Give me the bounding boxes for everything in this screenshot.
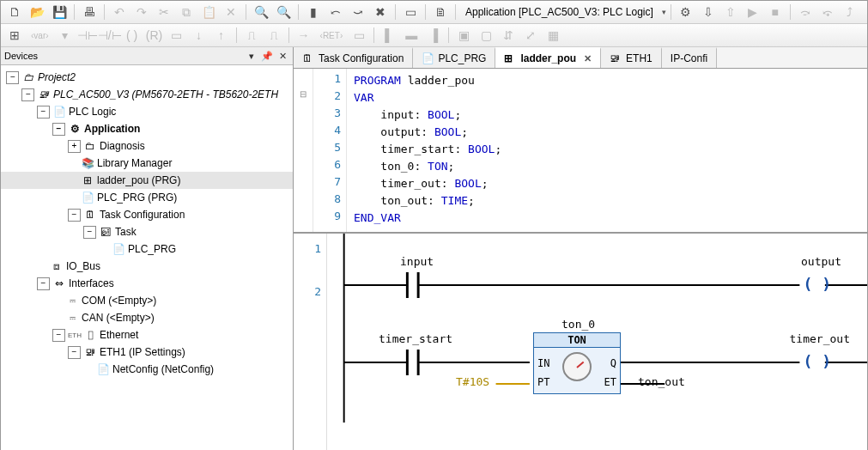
ld-down-icon[interactable]: ↓ <box>189 25 209 46</box>
ld-fb-icon[interactable]: ▭ <box>167 25 187 46</box>
code-line[interactable]: PROGRAM ladder_pou <box>354 72 860 89</box>
code-line[interactable]: VAR <box>354 89 860 106</box>
tree-item[interactable]: ⊞ladder_pou (PRG) <box>1 172 293 189</box>
build-icon[interactable]: ⚙ <box>676 2 696 22</box>
ladder-network-2[interactable]: timer_start T#10S ton_0 TON IN PT Q ET t… <box>327 319 867 423</box>
tree-item[interactable]: 📄NetConfig (NetConfig) <box>1 361 293 378</box>
box-icon[interactable]: ▭ <box>400 2 421 22</box>
step-out-icon[interactable]: ⤴ <box>840 2 860 22</box>
code-line[interactable]: input: BOOL; <box>354 106 860 124</box>
align-r-icon[interactable]: ▐ <box>423 25 444 46</box>
cut-icon[interactable]: ✂ <box>154 2 174 22</box>
pt-value-label[interactable]: T#10S <box>456 375 489 388</box>
tab-ip-config[interactable]: IP-Confi <box>662 47 717 68</box>
tree-item[interactable]: −📄PLC Logic <box>1 103 293 120</box>
bookmark-icon[interactable]: ▮ <box>303 2 324 22</box>
active-application-label[interactable]: Application [PLC_AC500_V3: PLC Logic] <box>460 6 659 18</box>
coil-label[interactable]: output <box>801 255 841 268</box>
code-line[interactable]: ton_0: TON; <box>354 158 860 175</box>
collapse-icon[interactable]: ▣ <box>453 25 474 46</box>
copy-icon[interactable]: ⧉ <box>176 2 197 22</box>
tree-item[interactable]: ⎓CAN (<Empty>) <box>1 309 293 326</box>
ld-coil-r-icon[interactable]: (R) <box>144 25 165 46</box>
expand-icon[interactable]: ▢ <box>476 25 496 46</box>
tree-item[interactable]: 📄PLC_PRG <box>1 240 293 258</box>
tree-item[interactable]: 📄PLC_PRG (PRG) <box>1 189 293 206</box>
run-cursor-icon[interactable]: ⇥ <box>862 2 867 22</box>
collapse-icon[interactable]: − <box>37 277 50 290</box>
tree-item[interactable]: ⎓COM (<Empty>) <box>1 292 293 309</box>
arrange-icon[interactable]: ⇵ <box>498 25 519 46</box>
align-l-icon[interactable]: ▌ <box>379 25 399 46</box>
tree-item[interactable]: −🗀Project2 <box>1 69 293 86</box>
code-line[interactable]: timer_start: BOOL; <box>354 141 860 158</box>
print-icon[interactable]: 🖶 <box>79 2 100 22</box>
collapse-icon[interactable]: − <box>68 209 81 222</box>
save-icon[interactable]: 💾 <box>49 2 70 22</box>
doc-icon[interactable]: 🗎 <box>430 2 451 22</box>
ld-network-icon[interactable]: ⊞ <box>4 25 25 46</box>
collapse-icon[interactable]: − <box>68 346 81 359</box>
logout-icon[interactable]: ⇧ <box>720 2 741 22</box>
collapse-icon[interactable]: − <box>37 106 50 119</box>
tree-item[interactable]: −⇔Interfaces <box>1 275 293 292</box>
tree-item[interactable]: 📚Library Manager <box>1 155 293 172</box>
var-icon[interactable]: ‹var› <box>27 25 53 46</box>
open-icon[interactable]: 📂 <box>27 2 47 22</box>
tab-close-icon[interactable]: ✕ <box>584 53 592 64</box>
panel-pin-icon[interactable]: 📌 <box>260 49 274 63</box>
ld-branch2-icon[interactable]: ⎍ <box>264 25 284 46</box>
next-bm-icon[interactable]: ⤻ <box>348 2 368 22</box>
jump-icon[interactable]: → <box>294 25 314 46</box>
ld-up-icon[interactable]: ↑ <box>211 25 232 46</box>
coil-icon[interactable]: ( ) <box>803 352 831 370</box>
application-dropdown-icon[interactable]: ▾ <box>660 8 666 16</box>
undo-icon[interactable]: ↶ <box>109 2 130 22</box>
code-line[interactable]: timer_out: BOOL; <box>354 175 860 192</box>
tree-item[interactable]: −🖳PLC_AC500_V3 (PM5670-2ETH - TB5620-2ET… <box>1 86 293 103</box>
grid-icon[interactable]: ▦ <box>543 25 563 46</box>
collapse-icon[interactable]: − <box>21 88 34 101</box>
clear-bm-icon[interactable]: ✖ <box>370 2 391 22</box>
tree-item[interactable]: −ETH⌷Ethernet <box>1 326 293 344</box>
panel-close-icon[interactable]: ✕ <box>276 49 289 63</box>
code-text[interactable]: PROGRAM ladder_pouVAR input: BOOL; outpu… <box>347 69 867 232</box>
contact-label[interactable]: input <box>400 255 434 268</box>
collapse-icon[interactable]: − <box>83 226 96 239</box>
ld-branch-icon[interactable]: ⎍ <box>241 25 262 46</box>
collapse-icon[interactable]: − <box>6 71 19 84</box>
ladder-editor[interactable]: 1 2 <box>294 234 867 450</box>
delete-icon[interactable]: ✕ <box>221 2 241 22</box>
contact-label[interactable]: timer_start <box>379 332 452 345</box>
et-output-label[interactable]: ton_out <box>638 375 685 388</box>
tree-item[interactable]: ⧈IO_Bus <box>1 258 293 275</box>
coil-label[interactable]: timer_out <box>790 332 850 345</box>
tree-item[interactable]: −🗓Task Configuration <box>1 206 293 223</box>
ladder-network-1[interactable]: input output ( ) <box>327 234 867 319</box>
redo-icon[interactable]: ↷ <box>131 2 152 22</box>
new-icon[interactable]: 🗋 <box>4 2 25 22</box>
stop-icon[interactable]: ■ <box>765 2 786 22</box>
tree-item[interactable]: −🖳ETH1 (IP Settings) <box>1 344 293 361</box>
coil-icon[interactable]: ( ) <box>803 275 831 293</box>
ld-contact-no-icon[interactable]: ⊣⊢ <box>77 25 98 46</box>
device-tree[interactable]: −🗀Project2−🖳PLC_AC500_V3 (PM5670-2ETH - … <box>1 65 293 450</box>
step-over-icon[interactable]: ⤼ <box>795 2 816 22</box>
function-block-ton[interactable]: TON IN PT Q ET <box>533 332 621 394</box>
start-icon[interactable]: ▶ <box>743 2 763 22</box>
align-c-icon[interactable]: ▬ <box>401 25 422 46</box>
ret-icon[interactable]: ‹RET› <box>316 25 348 46</box>
code-line[interactable]: ton_out: TIME; <box>354 192 860 210</box>
ld-coil-icon[interactable]: ( ) <box>122 25 143 46</box>
tab-task-config[interactable]: 🗓Task Configuration <box>294 47 413 68</box>
declaration-editor[interactable]: ⊟ 123456789 PROGRAM ladder_pouVAR input:… <box>294 69 867 234</box>
collapse-icon[interactable]: − <box>52 123 65 136</box>
tab-ladder-pou[interactable]: ⊞ladder_pou✕ <box>495 47 601 68</box>
paste-icon[interactable]: 📋 <box>198 2 219 22</box>
instance-label[interactable]: ton_0 <box>561 318 595 331</box>
code-line[interactable]: output: BOOL; <box>354 124 860 141</box>
ld-contact-nc-icon[interactable]: ⊣/⊢ <box>100 25 120 46</box>
tab-eth1[interactable]: 🖳ETH1 <box>601 47 662 68</box>
login-icon[interactable]: ⇩ <box>698 2 719 22</box>
tree-item[interactable]: −⚙Application <box>1 120 293 137</box>
